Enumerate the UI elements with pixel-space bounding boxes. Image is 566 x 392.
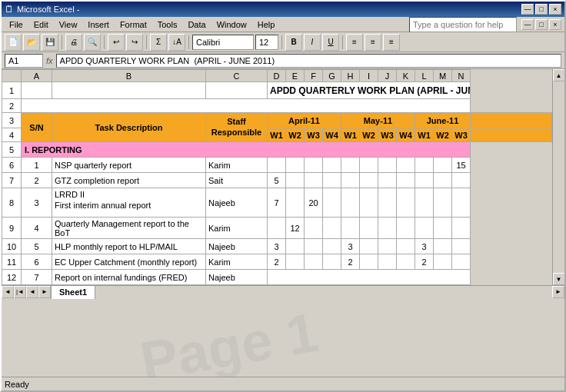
- cell-w8-4[interactable]: [397, 218, 415, 239]
- cell-sn-1[interactable]: 1: [22, 158, 52, 173]
- col-header-e[interactable]: E: [286, 70, 305, 82]
- cell-w2-6[interactable]: [286, 254, 305, 270]
- cell-a1[interactable]: [22, 82, 52, 99]
- cell-w11-3[interactable]: [452, 188, 471, 218]
- cell-w9-4[interactable]: [415, 218, 434, 239]
- cell-task-2[interactable]: GTZ completion report: [52, 173, 206, 188]
- help-input[interactable]: [409, 17, 517, 32]
- cell-reference-box[interactable]: [5, 54, 43, 68]
- underline-button[interactable]: U: [322, 34, 339, 51]
- align-center-button[interactable]: ≡: [365, 34, 381, 51]
- cell-w10-5[interactable]: [434, 239, 452, 254]
- close-button[interactable]: ×: [549, 4, 561, 15]
- cell-w11-2[interactable]: [452, 173, 471, 188]
- sort-asc-button[interactable]: ↓A: [168, 34, 185, 51]
- cell-w1-1[interactable]: [268, 158, 286, 173]
- cell-w7-1[interactable]: [378, 158, 397, 173]
- cell-w10-3[interactable]: [434, 188, 452, 218]
- app-restore-button[interactable]: □: [535, 19, 548, 30]
- scroll-prev-sheet-button[interactable]: ◄: [26, 286, 38, 298]
- cell-sn-2[interactable]: 2: [22, 173, 52, 188]
- cell-w2-5[interactable]: [286, 239, 305, 254]
- col-header-a[interactable]: A: [22, 70, 52, 82]
- cell-w4-6[interactable]: [323, 254, 341, 270]
- cell-w9-1[interactable]: [415, 158, 434, 173]
- menu-tools[interactable]: Tools: [153, 19, 182, 30]
- cell-w2-3[interactable]: [286, 188, 305, 218]
- cell-w5-6[interactable]: 2: [341, 254, 360, 270]
- menu-view[interactable]: View: [55, 19, 82, 30]
- cell-w8-5[interactable]: [397, 239, 415, 254]
- cell-w4-4[interactable]: [323, 218, 341, 239]
- cell-w8-1[interactable]: [397, 158, 415, 173]
- scroll-right-button[interactable]: ►: [552, 286, 564, 298]
- cell-w6-1[interactable]: [360, 158, 378, 173]
- sigma-button[interactable]: Σ: [150, 34, 167, 51]
- cell-w5-4[interactable]: [341, 218, 360, 239]
- cell-w1-2[interactable]: 5: [268, 173, 286, 188]
- align-left-button[interactable]: ≡: [346, 34, 363, 51]
- cell-w6-4[interactable]: [360, 218, 378, 239]
- cell-w11-4[interactable]: [452, 218, 471, 239]
- cell-w2-4[interactable]: 12: [286, 218, 305, 239]
- cell-w6-3[interactable]: [360, 188, 378, 218]
- cell-sn-5[interactable]: 5: [22, 239, 52, 254]
- cell-w10-2[interactable]: [434, 173, 452, 188]
- cell-w3-1[interactable]: [305, 158, 323, 173]
- cell-w9-6[interactable]: 2: [415, 254, 434, 270]
- cell-w4-5[interactable]: [323, 239, 341, 254]
- cell-w1-6[interactable]: 2: [268, 254, 286, 270]
- cell-w7-2[interactable]: [378, 173, 397, 188]
- cell-w1-5[interactable]: 3: [268, 239, 286, 254]
- font-selector[interactable]: [192, 35, 254, 50]
- scroll-left-button[interactable]: ◄: [2, 286, 14, 298]
- cell-w1-4[interactable]: [268, 218, 286, 239]
- cell-sn-6[interactable]: 6: [22, 254, 52, 270]
- maximize-button[interactable]: □: [535, 4, 548, 15]
- cell-sn-3[interactable]: 3: [22, 188, 52, 218]
- cell-w11-6[interactable]: [452, 254, 471, 270]
- cell-w7-5[interactable]: [378, 239, 397, 254]
- scroll-next-sheet-button[interactable]: ►: [38, 286, 51, 298]
- menu-edit[interactable]: Edit: [29, 19, 53, 30]
- scroll-first-sheet-button[interactable]: |◄: [14, 286, 26, 298]
- cell-w3-2[interactable]: [305, 173, 323, 188]
- cell-w10-4[interactable]: [434, 218, 452, 239]
- cell-w5-5[interactable]: 3: [341, 239, 360, 254]
- cell-w6-5[interactable]: [360, 239, 378, 254]
- col-header-m[interactable]: M: [434, 70, 452, 82]
- preview-button[interactable]: 🔍: [84, 34, 101, 51]
- cell-w7-3[interactable]: [378, 188, 397, 218]
- menu-help[interactable]: Help: [253, 19, 280, 30]
- cell-staff-4[interactable]: Karim: [206, 218, 268, 239]
- open-button[interactable]: 📂: [23, 34, 40, 51]
- redo-button[interactable]: ↪: [126, 34, 143, 51]
- cell-w2-2[interactable]: [286, 173, 305, 188]
- cell-task-6[interactable]: EC Upper Catchment (monthly report): [52, 254, 206, 270]
- menu-format[interactable]: Format: [115, 19, 151, 30]
- cell-w9-5[interactable]: 3: [415, 239, 434, 254]
- cell-task-1[interactable]: NSP quarterly report: [52, 158, 206, 173]
- formula-input[interactable]: [56, 54, 561, 68]
- cell-w2-1[interactable]: [286, 158, 305, 173]
- cell-w7-6[interactable]: [378, 254, 397, 270]
- cell-w1-3[interactable]: 7: [268, 188, 286, 218]
- col-header-g[interactable]: G: [323, 70, 341, 82]
- cell-w4-1[interactable]: [323, 158, 341, 173]
- cell-w4-3[interactable]: [323, 188, 341, 218]
- save-button[interactable]: 💾: [42, 34, 58, 51]
- cell-w11-5[interactable]: [452, 239, 471, 254]
- cell-title[interactable]: APDD QUARTERLY WORK PLAN (APRIL - JUNE 2…: [268, 82, 471, 99]
- cell-w9-2[interactable]: [415, 173, 434, 188]
- col-header-d[interactable]: D: [268, 70, 286, 82]
- col-header-c[interactable]: C: [206, 70, 268, 82]
- cell-w3-3[interactable]: 20: [305, 188, 323, 218]
- col-header-i[interactable]: I: [360, 70, 378, 82]
- scroll-track-h[interactable]: [95, 286, 552, 297]
- cell-w5-2[interactable]: [341, 173, 360, 188]
- bold-button[interactable]: B: [285, 34, 302, 51]
- cell-w5-1[interactable]: [341, 158, 360, 173]
- menu-window[interactable]: Window: [212, 19, 251, 30]
- cell-task-5[interactable]: HLP monthly report to HLP/MAIL: [52, 239, 206, 254]
- cell-w8-2[interactable]: [397, 173, 415, 188]
